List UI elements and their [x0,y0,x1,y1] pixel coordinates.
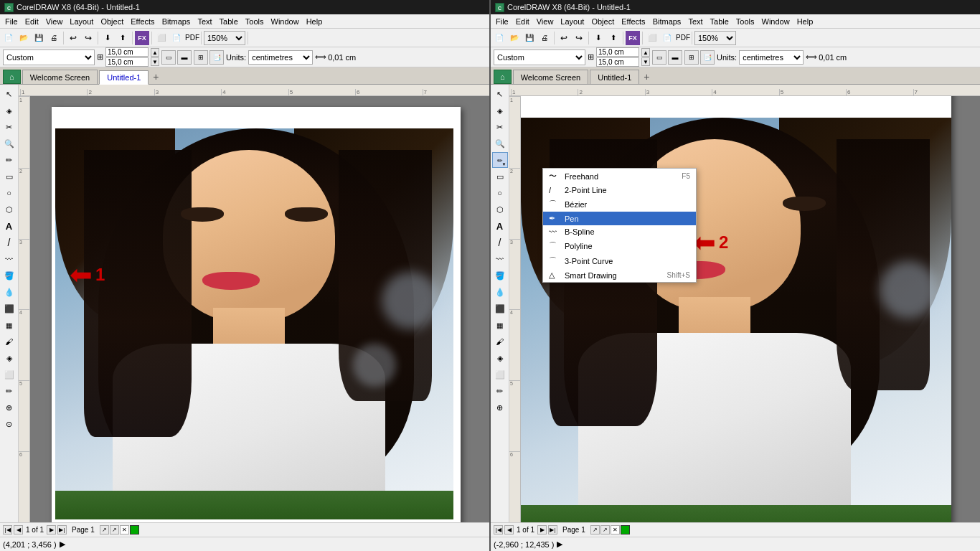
ctx-polyline[interactable]: ⌒ Polyline [543,238,696,253]
tool-fill2-l[interactable]: ◈ [1,350,17,366]
tool-brush-r[interactable]: 🖌 [492,334,508,349]
inc-btn-l[interactable]: ▲ [151,48,159,57]
tool-polygon-l[interactable]: ⬡ [1,202,17,217]
tool-blend-r[interactable]: ⬛ [492,301,508,316]
new-btn-l[interactable]: 📄 [1,31,16,45]
height-input-r[interactable] [596,57,639,67]
menu-help-r[interactable]: Help [793,17,817,27]
tool-ellipse-r[interactable]: ○ [492,185,508,201]
tool-fill-l[interactable]: 🪣 [1,268,17,283]
portrait-btn-r[interactable]: ▭ [652,50,666,65]
tool-arrow-l[interactable]: ↖ [1,86,17,102]
tool-eraser-r[interactable]: ✏ [492,383,508,399]
tool-ellipse-l[interactable]: ○ [1,185,17,201]
effects-btn-r[interactable]: FX [626,31,640,45]
tool-arrow-r[interactable]: ↖ [492,86,508,102]
tool-rect-r[interactable]: ▭ [492,169,508,184]
prev-page-l[interactable]: ◀ [14,525,23,534]
units-select-r[interactable]: centimetres [739,50,804,65]
menu-tools-r[interactable]: Tools [732,17,758,27]
prev-page-r[interactable]: ◀ [504,525,514,534]
inc-btn-r[interactable]: ▲ [641,48,650,57]
menu-bitmaps-l[interactable]: Bitmaps [159,17,194,27]
dec-btn-r[interactable]: ▼ [641,57,650,66]
first-page-r[interactable]: |◀ [494,525,503,534]
redo-btn-l[interactable]: ↪ [81,31,95,45]
snap-btn-l[interactable]: ↗ [100,525,109,534]
tool-erase-r[interactable]: ⬜ [492,367,508,382]
menu-effects-r[interactable]: Effects [618,17,649,27]
tool-text-r[interactable]: A [492,218,508,234]
menu-edit-l[interactable]: Edit [22,17,42,27]
ctx-2pointline[interactable]: / 2-Point Line [543,184,696,197]
tool-line-l[interactable]: / [1,235,17,250]
landscape-btn-l[interactable]: ▬ [177,50,192,65]
menu-layout-r[interactable]: Layout [557,17,588,27]
tool-shadow-l[interactable]: ⊙ [1,416,17,432]
tool-checker-l[interactable]: ▦ [1,317,17,333]
tool-fill-r[interactable]: 🪣 [492,268,508,283]
page-num-btn-l[interactable]: 📑 [209,50,224,65]
open-btn-r[interactable]: 📂 [507,31,522,45]
tb2-l[interactable]: 📄 [169,31,184,45]
menu-table-l[interactable]: Table [216,17,242,27]
tb1-l[interactable]: ⬜ [154,31,169,45]
tool-artline-r[interactable]: 〰 [492,251,508,267]
ctx-3ptcurve[interactable]: ⌒ 3-Point Curve [543,253,696,268]
undo-btn-r[interactable]: ↩ [557,31,571,45]
menu-object-l[interactable]: Object [97,17,127,27]
tool-artline-l[interactable]: 〰 [1,251,17,267]
tool-zoom-l[interactable]: 🔍 [1,136,17,151]
import-btn-l[interactable]: ⬇ [100,31,115,45]
ctx-smartdraw[interactable]: △ Smart Drawing Shift+S [543,268,696,282]
welcome-tab-l[interactable]: Welcome Screen [22,70,98,84]
menu-table-r[interactable]: Table [707,17,732,27]
tool-brush-l[interactable]: 🖌 [1,334,17,349]
tool-polygon-r[interactable]: ⬡ [492,202,508,217]
tool-nav-l[interactable]: ⊕ [1,400,17,415]
add-tab-l[interactable]: + [149,70,163,84]
snap-btn-r[interactable]: ↗ [590,525,600,534]
zoom-select-l[interactable]: 150%100%200% [204,31,245,45]
menu-object-r[interactable]: Object [588,17,618,27]
export-btn-l[interactable]: ⬆ [116,31,130,45]
save-btn-l[interactable]: 💾 [32,31,46,45]
save-btn-r[interactable]: 💾 [522,31,537,45]
export-btn-r[interactable]: ⬆ [606,31,621,45]
tool-freehand-r[interactable]: ✏▼ [492,152,508,168]
menu-edit-r[interactable]: Edit [512,17,533,27]
width-input-r[interactable] [596,47,639,57]
tool-line-r[interactable]: / [492,235,508,250]
menu-window-l[interactable]: Window [268,17,303,27]
menu-file-l[interactable]: File [1,17,22,27]
menu-effects-l[interactable]: Effects [127,17,158,27]
menu-file-r[interactable]: File [492,17,512,27]
units-select-l[interactable]: centimetresinchespixels [248,50,313,65]
untitled-tab-l[interactable]: Untitled-1 [99,70,149,85]
landscape-btn-r[interactable]: ▬ [668,50,682,65]
snap2-btn-l[interactable]: ↗ [110,525,119,534]
height-input-l[interactable] [105,57,149,67]
snap2-btn-r[interactable]: ↗ [600,525,610,534]
menu-view-r[interactable]: View [533,17,557,27]
tool-rect-l[interactable]: ▭ [1,169,17,184]
tool-zoom-r[interactable]: 🔍 [492,136,508,151]
menu-text-r[interactable]: Text [684,17,706,27]
menu-layout-l[interactable]: Layout [66,17,97,27]
first-page-l[interactable]: |◀ [3,525,12,534]
print-btn-l[interactable]: 🖨 [47,31,61,45]
untitled-tab-r[interactable]: Untitled-1 [590,70,639,84]
tool-freehand-l[interactable]: ✏ [1,152,17,168]
ctx-bspline[interactable]: 〰 B-Spline [543,225,696,238]
tb1-r[interactable]: ⬜ [645,31,659,45]
preset-select-l[interactable]: Custom [3,50,95,65]
menu-tools-l[interactable]: Tools [242,17,268,27]
tool-node-l[interactable]: ◈ [1,103,17,118]
redo-btn-r[interactable]: ↪ [572,31,586,45]
ctx-bezier[interactable]: ⌒ Bézier [543,197,696,212]
next-page-l[interactable]: ▶ [47,525,56,534]
page-num-btn-r[interactable]: 📑 [700,50,715,65]
menu-text-l[interactable]: Text [194,17,215,27]
tool-nav-r[interactable]: ⊕ [492,400,508,415]
menu-view-l[interactable]: View [42,17,67,27]
